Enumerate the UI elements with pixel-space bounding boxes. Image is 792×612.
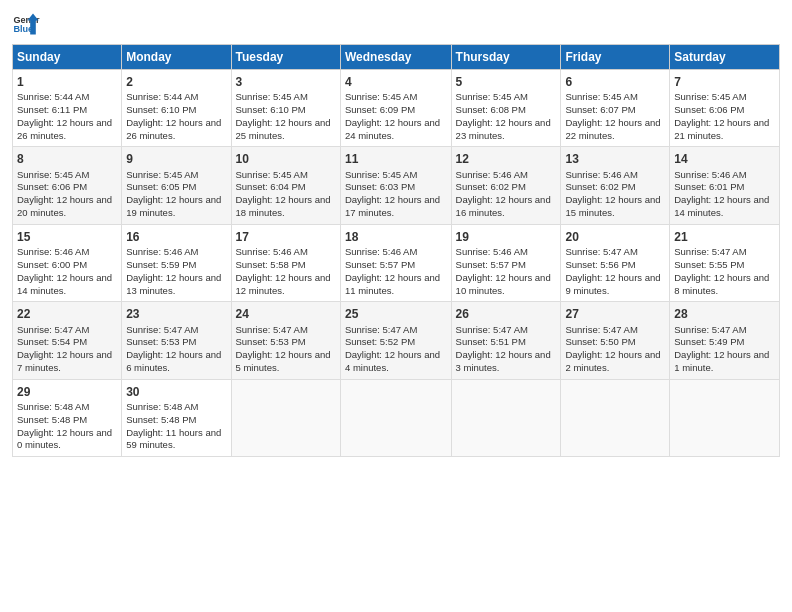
sunset: Sunset: 5:53 PM xyxy=(126,336,196,347)
table-row: 30Sunrise: 5:48 AMSunset: 5:48 PMDayligh… xyxy=(122,379,231,456)
daylight: Daylight: 12 hours and 3 minutes. xyxy=(456,349,551,373)
daylight: Daylight: 12 hours and 17 minutes. xyxy=(345,194,440,218)
sunrise: Sunrise: 5:45 AM xyxy=(345,91,417,102)
svg-text:Blue: Blue xyxy=(13,24,33,34)
calendar-week: 8Sunrise: 5:45 AMSunset: 6:06 PMDaylight… xyxy=(13,147,780,224)
daylight: Daylight: 12 hours and 15 minutes. xyxy=(565,194,660,218)
table-row: 15Sunrise: 5:46 AMSunset: 6:00 PMDayligh… xyxy=(13,224,122,301)
daylight: Daylight: 12 hours and 24 minutes. xyxy=(345,117,440,141)
sunrise: Sunrise: 5:48 AM xyxy=(126,401,198,412)
daylight: Daylight: 12 hours and 2 minutes. xyxy=(565,349,660,373)
sunset: Sunset: 5:48 PM xyxy=(17,414,87,425)
table-row: 27Sunrise: 5:47 AMSunset: 5:50 PMDayligh… xyxy=(561,302,670,379)
daylight: Daylight: 12 hours and 20 minutes. xyxy=(17,194,112,218)
col-monday: Monday xyxy=(122,45,231,70)
calendar-table: Sunday Monday Tuesday Wednesday Thursday… xyxy=(12,44,780,457)
table-row: 26Sunrise: 5:47 AMSunset: 5:51 PMDayligh… xyxy=(451,302,561,379)
header-row: Sunday Monday Tuesday Wednesday Thursday… xyxy=(13,45,780,70)
table-row: 19Sunrise: 5:46 AMSunset: 5:57 PMDayligh… xyxy=(451,224,561,301)
day-number: 13 xyxy=(565,151,665,167)
day-number: 9 xyxy=(126,151,226,167)
table-row: 22Sunrise: 5:47 AMSunset: 5:54 PMDayligh… xyxy=(13,302,122,379)
table-row: 2Sunrise: 5:44 AMSunset: 6:10 PMDaylight… xyxy=(122,70,231,147)
day-number: 28 xyxy=(674,306,775,322)
day-number: 22 xyxy=(17,306,117,322)
sunrise: Sunrise: 5:46 AM xyxy=(236,246,308,257)
day-number: 11 xyxy=(345,151,447,167)
sunset: Sunset: 6:08 PM xyxy=(456,104,526,115)
daylight: Daylight: 12 hours and 21 minutes. xyxy=(674,117,769,141)
daylight: Daylight: 11 hours and 59 minutes. xyxy=(126,427,221,451)
daylight: Daylight: 12 hours and 22 minutes. xyxy=(565,117,660,141)
sunrise: Sunrise: 5:46 AM xyxy=(456,169,528,180)
day-number: 8 xyxy=(17,151,117,167)
sunset: Sunset: 5:56 PM xyxy=(565,259,635,270)
sunrise: Sunrise: 5:46 AM xyxy=(345,246,417,257)
table-row: 3Sunrise: 5:45 AMSunset: 6:10 PMDaylight… xyxy=(231,70,340,147)
day-number: 18 xyxy=(345,229,447,245)
day-number: 19 xyxy=(456,229,557,245)
day-number: 21 xyxy=(674,229,775,245)
table-row: 6Sunrise: 5:45 AMSunset: 6:07 PMDaylight… xyxy=(561,70,670,147)
sunrise: Sunrise: 5:48 AM xyxy=(17,401,89,412)
table-row: 23Sunrise: 5:47 AMSunset: 5:53 PMDayligh… xyxy=(122,302,231,379)
table-row: 16Sunrise: 5:46 AMSunset: 5:59 PMDayligh… xyxy=(122,224,231,301)
sunrise: Sunrise: 5:45 AM xyxy=(126,169,198,180)
table-row: 18Sunrise: 5:46 AMSunset: 5:57 PMDayligh… xyxy=(340,224,451,301)
daylight: Daylight: 12 hours and 6 minutes. xyxy=(126,349,221,373)
day-number: 29 xyxy=(17,384,117,400)
col-tuesday: Tuesday xyxy=(231,45,340,70)
sunrise: Sunrise: 5:47 AM xyxy=(674,246,746,257)
sunrise: Sunrise: 5:45 AM xyxy=(565,91,637,102)
sunset: Sunset: 6:06 PM xyxy=(17,181,87,192)
sunrise: Sunrise: 5:47 AM xyxy=(565,324,637,335)
table-row: 11Sunrise: 5:45 AMSunset: 6:03 PMDayligh… xyxy=(340,147,451,224)
day-number: 6 xyxy=(565,74,665,90)
calendar-body: 1Sunrise: 5:44 AMSunset: 6:11 PMDaylight… xyxy=(13,70,780,457)
sunset: Sunset: 5:48 PM xyxy=(126,414,196,425)
sunrise: Sunrise: 5:45 AM xyxy=(17,169,89,180)
day-number: 4 xyxy=(345,74,447,90)
daylight: Daylight: 12 hours and 13 minutes. xyxy=(126,272,221,296)
day-number: 16 xyxy=(126,229,226,245)
daylight: Daylight: 12 hours and 8 minutes. xyxy=(674,272,769,296)
sunrise: Sunrise: 5:47 AM xyxy=(345,324,417,335)
sunset: Sunset: 6:05 PM xyxy=(126,181,196,192)
sunset: Sunset: 6:00 PM xyxy=(17,259,87,270)
sunset: Sunset: 6:10 PM xyxy=(236,104,306,115)
table-row xyxy=(670,379,780,456)
day-number: 15 xyxy=(17,229,117,245)
calendar-week: 29Sunrise: 5:48 AMSunset: 5:48 PMDayligh… xyxy=(13,379,780,456)
daylight: Daylight: 12 hours and 7 minutes. xyxy=(17,349,112,373)
calendar-week: 15Sunrise: 5:46 AMSunset: 6:00 PMDayligh… xyxy=(13,224,780,301)
sunrise: Sunrise: 5:46 AM xyxy=(17,246,89,257)
day-number: 17 xyxy=(236,229,336,245)
sunset: Sunset: 5:55 PM xyxy=(674,259,744,270)
table-row: 4Sunrise: 5:45 AMSunset: 6:09 PMDaylight… xyxy=(340,70,451,147)
table-row: 14Sunrise: 5:46 AMSunset: 6:01 PMDayligh… xyxy=(670,147,780,224)
col-friday: Friday xyxy=(561,45,670,70)
logo: General Blue xyxy=(12,10,40,38)
sunrise: Sunrise: 5:47 AM xyxy=(126,324,198,335)
day-number: 26 xyxy=(456,306,557,322)
day-number: 20 xyxy=(565,229,665,245)
sunrise: Sunrise: 5:45 AM xyxy=(456,91,528,102)
day-number: 2 xyxy=(126,74,226,90)
sunset: Sunset: 6:11 PM xyxy=(17,104,87,115)
sunrise: Sunrise: 5:45 AM xyxy=(236,169,308,180)
day-number: 25 xyxy=(345,306,447,322)
sunrise: Sunrise: 5:47 AM xyxy=(674,324,746,335)
table-row: 1Sunrise: 5:44 AMSunset: 6:11 PMDaylight… xyxy=(13,70,122,147)
table-row: 7Sunrise: 5:45 AMSunset: 6:06 PMDaylight… xyxy=(670,70,780,147)
sunset: Sunset: 5:51 PM xyxy=(456,336,526,347)
daylight: Daylight: 12 hours and 18 minutes. xyxy=(236,194,331,218)
table-row: 5Sunrise: 5:45 AMSunset: 6:08 PMDaylight… xyxy=(451,70,561,147)
sunset: Sunset: 5:58 PM xyxy=(236,259,306,270)
sunset: Sunset: 5:57 PM xyxy=(456,259,526,270)
day-number: 27 xyxy=(565,306,665,322)
sunrise: Sunrise: 5:46 AM xyxy=(456,246,528,257)
table-row: 24Sunrise: 5:47 AMSunset: 5:53 PMDayligh… xyxy=(231,302,340,379)
table-row: 17Sunrise: 5:46 AMSunset: 5:58 PMDayligh… xyxy=(231,224,340,301)
daylight: Daylight: 12 hours and 10 minutes. xyxy=(456,272,551,296)
daylight: Daylight: 12 hours and 14 minutes. xyxy=(674,194,769,218)
